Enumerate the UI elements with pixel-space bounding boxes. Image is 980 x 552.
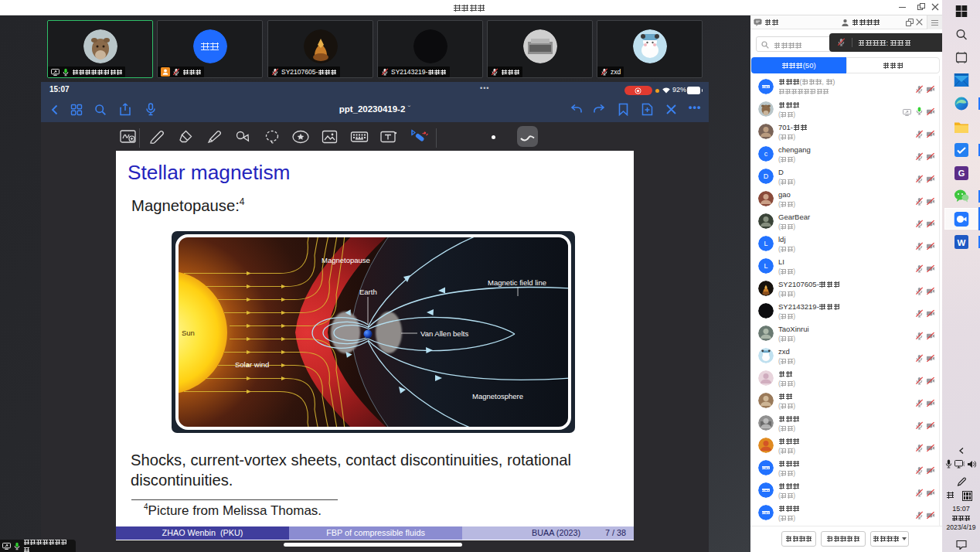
svg-text:W: W [957, 238, 965, 247]
svg-text:Sun: Sun [182, 329, 195, 337]
svg-text:Magnetosphere: Magnetosphere [472, 392, 523, 400]
svg-text:Van Allen belts: Van Allen belts [420, 329, 468, 338]
svg-text:Solar wind: Solar wind [235, 360, 269, 369]
svg-text:Magnetic field line: Magnetic field line [488, 278, 546, 287]
svg-text:Magnetopause: Magnetopause [322, 256, 370, 264]
svg-text:G: G [958, 169, 965, 178]
svg-text:Earth: Earth [359, 288, 377, 296]
